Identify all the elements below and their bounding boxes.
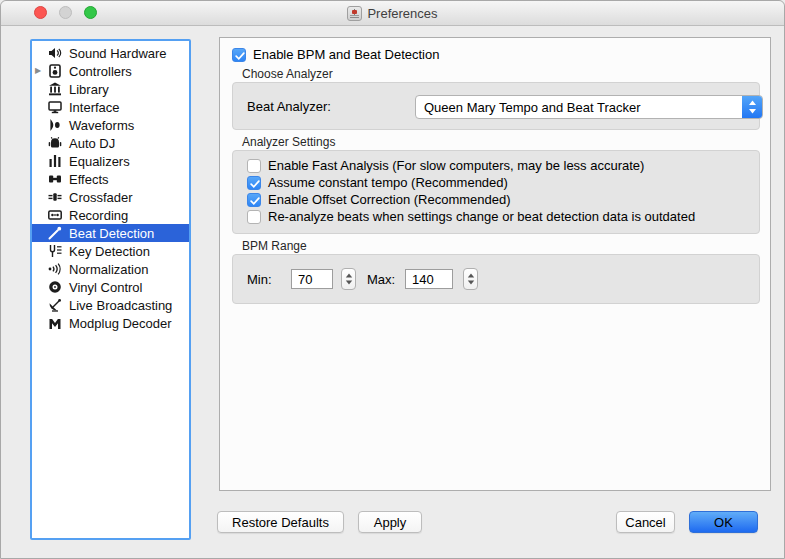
bpm-max-stepper[interactable] <box>463 268 478 290</box>
normalization-icon <box>48 262 62 276</box>
beat-detection-pane: Enable BPM and Beat Detection Choose Ana… <box>219 37 771 491</box>
sidebar-item-waveforms[interactable]: Waveforms <box>32 116 189 134</box>
reanalyze-beats-checkbox[interactable]: Re-analyze beats when settings change or… <box>247 209 695 224</box>
checkbox-icon[interactable] <box>247 159 261 173</box>
preferences-window: Preferences Sound Hardware ▶ Controllers… <box>0 0 785 559</box>
sidebar-item-recording[interactable]: Recording <box>32 206 189 224</box>
enable-bpm-checkbox[interactable]: Enable BPM and Beat Detection <box>232 47 439 62</box>
library-icon <box>48 82 62 96</box>
disclosure-triangle-icon[interactable]: ▶ <box>35 66 41 76</box>
sidebar-item-interface[interactable]: Interface <box>32 98 189 116</box>
beat-analyzer-select[interactable]: Queen Mary Tempo and Beat Tracker <box>415 95 763 119</box>
apply-button[interactable]: Apply <box>358 511 422 533</box>
sidebar-item-library[interactable]: Library <box>32 80 189 98</box>
sidebar-item-label: Sound Hardware <box>69 46 167 61</box>
auto-dj-icon <box>48 136 62 150</box>
fast-analysis-label: Enable Fast Analysis (For slow computers… <box>268 158 644 173</box>
sidebar-item-vinyl-control[interactable]: Vinyl Control <box>32 278 189 296</box>
sidebar-item-beat-detection[interactable]: Beat Detection <box>32 224 189 242</box>
sidebar-item-label: Live Broadcasting <box>69 298 172 313</box>
sidebar-item-label: Library <box>69 82 109 97</box>
controller-icon <box>48 64 62 78</box>
sidebar-item-equalizers[interactable]: Equalizers <box>32 152 189 170</box>
beat-analyzer-label: Beat Analyzer: <box>247 99 331 114</box>
checkbox-icon[interactable] <box>232 48 246 62</box>
sidebar-item-label: Effects <box>69 172 109 187</box>
sidebar-item-controllers[interactable]: ▶ Controllers <box>32 62 189 80</box>
bpm-range-group-label: BPM Range <box>242 239 307 253</box>
sidebar-item-auto-dj[interactable]: Auto DJ <box>32 134 189 152</box>
beat-detection-icon <box>48 226 62 240</box>
sidebar-item-effects[interactable]: Effects <box>32 170 189 188</box>
analyzer-settings-group-label: Analyzer Settings <box>242 135 335 149</box>
waveforms-icon <box>48 118 62 132</box>
sidebar-item-label: Recording <box>69 208 128 223</box>
sidebar-item-label: Interface <box>69 100 120 115</box>
sidebar-item-label: Modplug Decoder <box>69 316 172 331</box>
select-stepper-icon <box>742 96 762 118</box>
sidebar-item-normalization[interactable]: Normalization <box>32 260 189 278</box>
reanalyze-beats-label: Re-analyze beats when settings change or… <box>268 209 695 224</box>
checkbox-icon[interactable] <box>247 193 261 207</box>
bpm-min-label: Min: <box>247 272 272 287</box>
effects-icon <box>48 172 62 186</box>
window-title: Preferences <box>367 6 437 21</box>
cancel-button[interactable]: Cancel <box>616 511 675 533</box>
sidebar-item-label: Normalization <box>69 262 148 277</box>
modplug-decoder-icon <box>48 316 62 330</box>
sidebar-item-label: Crossfader <box>69 190 133 205</box>
key-detection-icon <box>48 244 62 258</box>
sidebar-item-label: Controllers <box>69 64 132 79</box>
sidebar-item-label: Key Detection <box>69 244 150 259</box>
sidebar-item-live-broadcasting[interactable]: Live Broadcasting <box>32 296 189 314</box>
constant-tempo-label: Assume constant tempo (Recommended) <box>268 175 508 190</box>
recording-icon <box>48 208 62 222</box>
preferences-app-icon <box>347 6 362 21</box>
checkbox-icon[interactable] <box>247 210 261 224</box>
sidebar-item-label: Vinyl Control <box>69 280 142 295</box>
sidebar-item-sound-hardware[interactable]: Sound Hardware <box>32 44 189 62</box>
beat-analyzer-selected-option: Queen Mary Tempo and Beat Tracker <box>416 100 742 115</box>
sidebar-item-label: Auto DJ <box>69 136 115 151</box>
restore-defaults-button[interactable]: Restore Defaults <box>217 511 344 533</box>
sidebar-item-label: Beat Detection <box>69 226 154 241</box>
constant-tempo-checkbox[interactable]: Assume constant tempo (Recommended) <box>247 175 508 190</box>
title-bar: Preferences <box>1 1 784 26</box>
ok-button[interactable]: OK <box>689 511 758 533</box>
bpm-range-group: Min: Max: <box>232 254 760 304</box>
sidebar-item-key-detection[interactable]: Key Detection <box>32 242 189 260</box>
vinyl-control-icon <box>48 280 62 294</box>
checkbox-icon[interactable] <box>247 176 261 190</box>
preferences-sidebar: Sound Hardware ▶ Controllers Library Int… <box>30 39 191 540</box>
speaker-icon <box>48 46 62 60</box>
sidebar-item-label: Equalizers <box>69 154 130 169</box>
sidebar-item-crossfader[interactable]: Crossfader <box>32 188 189 206</box>
offset-correction-label: Enable Offset Correction (Recommended) <box>268 192 511 207</box>
fast-analysis-checkbox[interactable]: Enable Fast Analysis (For slow computers… <box>247 158 644 173</box>
choose-analyzer-group: Beat Analyzer: Queen Mary Tempo and Beat… <box>232 82 760 130</box>
live-broadcasting-icon <box>48 298 62 312</box>
interface-icon <box>48 100 62 114</box>
offset-correction-checkbox[interactable]: Enable Offset Correction (Recommended) <box>247 192 511 207</box>
bpm-min-stepper[interactable] <box>341 268 356 290</box>
choose-analyzer-group-label: Choose Analyzer <box>242 67 333 81</box>
sidebar-item-modplug-decoder[interactable]: Modplug Decoder <box>32 314 189 332</box>
sidebar-item-label: Waveforms <box>69 118 134 133</box>
crossfader-icon <box>48 190 62 204</box>
equalizers-icon <box>48 154 62 168</box>
analyzer-settings-group: Enable Fast Analysis (For slow computers… <box>232 150 760 234</box>
enable-bpm-label: Enable BPM and Beat Detection <box>253 47 439 62</box>
bpm-min-input[interactable] <box>291 269 333 289</box>
bpm-max-input[interactable] <box>405 269 453 289</box>
bpm-max-label: Max: <box>367 272 395 287</box>
